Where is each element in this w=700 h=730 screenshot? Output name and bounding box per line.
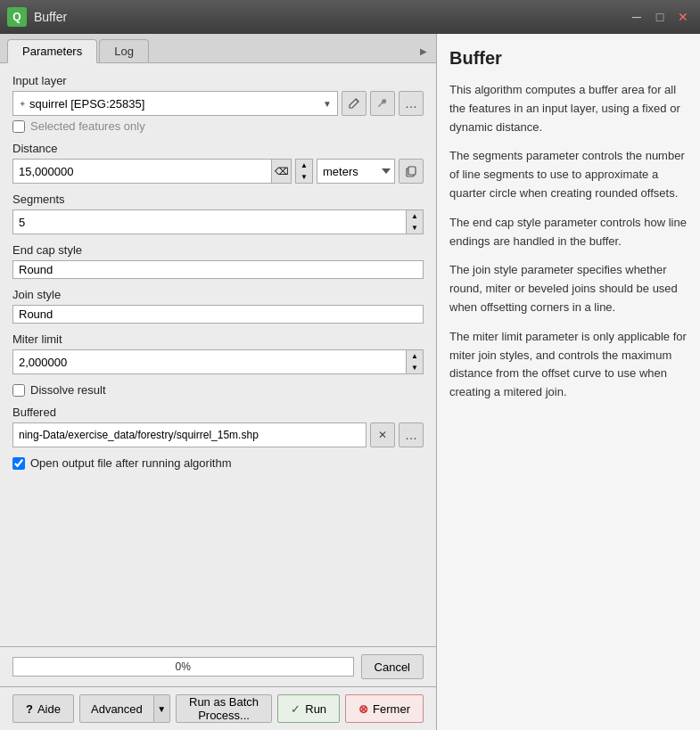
bottom-bar: ? Aide Advanced ▼ Run as Batch Process..… <box>0 686 436 730</box>
right-panel: Buffer This algorithm computes a buffer … <box>437 34 700 730</box>
backspace-icon: ⌫ <box>275 166 289 177</box>
input-layer-display: ✦ squirrel [EPSG:25835] ▼ <box>12 91 338 116</box>
title-bar: Q Buffer ─ □ ✕ <box>0 0 700 34</box>
help-title: Buffer <box>449 48 688 69</box>
cancel-button[interactable]: Cancel <box>361 654 424 679</box>
advanced-arrow-button[interactable]: ▼ <box>154 694 170 723</box>
tab-scroll: ▶ <box>418 39 429 62</box>
more-layer-button[interactable]: … <box>399 91 424 116</box>
tab-parameters[interactable]: Parameters <box>7 39 97 63</box>
advanced-label: Advanced <box>91 702 143 716</box>
distance-row: ⌫ ▲ ▼ meters kilometers feet miles <box>12 159 424 184</box>
wrench-icon <box>376 97 389 110</box>
run-button[interactable]: ✓ Run <box>277 694 340 723</box>
open-output-checkbox[interactable] <box>12 457 25 470</box>
minimize-button[interactable]: ─ <box>627 7 646 27</box>
selected-features-label: Selected features only <box>30 119 145 133</box>
segments-spin-down[interactable]: ▼ <box>407 222 423 234</box>
distance-input[interactable] <box>13 160 271 183</box>
miter-limit-input[interactable] <box>13 350 406 373</box>
close-button[interactable]: ✕ <box>673 7 693 27</box>
help-para-4: The join style parameter specifies wheth… <box>449 261 688 316</box>
run-check-icon: ✓ <box>291 702 301 716</box>
batch-process-button[interactable]: Run as Batch Process... <box>176 694 272 723</box>
distance-unit-select[interactable]: meters kilometers feet miles <box>317 159 395 184</box>
tab-log[interactable]: Log <box>99 39 149 62</box>
advanced-wrap: Advanced ▼ <box>79 694 170 723</box>
buffered-value: ning-Data/exercise_data/forestry/squirre… <box>19 429 259 441</box>
params-area: Input layer ✦ squirrel [EPSG:25835] ▼ <box>0 63 436 646</box>
selected-features-row: Selected features only <box>12 119 424 133</box>
help-para-1: This algorithm computes a buffer area fo… <box>449 81 688 136</box>
aide-label: Aide <box>37 702 61 716</box>
segments-row: ▲ ▼ <box>12 209 424 234</box>
selected-features-checkbox[interactable] <box>12 120 25 133</box>
segments-spin-up[interactable]: ▲ <box>407 210 423 222</box>
join-style-group: Join style Round Miter Bevel <box>12 288 424 324</box>
advanced-chevron-icon: ▼ <box>157 704 166 714</box>
distance-spinner: ▲ ▼ <box>295 159 313 184</box>
tabs-bar: Parameters Log ▶ <box>0 34 436 63</box>
aide-button[interactable]: ? Aide <box>12 694 74 723</box>
input-layer-row: ✦ squirrel [EPSG:25835] ▼ <box>12 91 424 116</box>
segments-label: Segments <box>12 193 424 206</box>
progress-text: 0% <box>176 660 191 673</box>
buffered-group: Buffered ning-Data/exercise_data/forestr… <box>12 406 424 447</box>
help-para-2: The segments parameter controls the numb… <box>449 147 688 202</box>
window-title: Buffer <box>34 10 67 24</box>
buffered-label: Buffered <box>12 406 424 419</box>
aide-icon: ? <box>26 702 33 716</box>
distance-copy-button[interactable] <box>399 159 424 184</box>
miter-spin-down[interactable]: ▼ <box>407 362 423 373</box>
left-panel: Parameters Log ▶ Input layer ✦ squirrel … <box>0 34 437 730</box>
open-output-label: Open output file after running algorithm <box>30 456 231 470</box>
combo-arrow-icon: ▼ <box>323 99 332 109</box>
end-cap-select[interactable]: Round Flat Square <box>12 260 424 279</box>
settings-layer-button[interactable] <box>370 91 395 116</box>
dissolve-checkbox[interactable] <box>12 384 25 397</box>
edit-layer-button[interactable] <box>342 91 366 116</box>
fermer-button[interactable]: ⊗ Fermer <box>345 694 424 723</box>
distance-spin-up[interactable]: ▲ <box>296 160 312 171</box>
input-layer-value: squirrel [EPSG:25835] <box>29 97 144 111</box>
distance-clear-button[interactable]: ⌫ <box>271 160 291 183</box>
svg-rect-1 <box>408 167 416 175</box>
distance-spin-down[interactable]: ▼ <box>296 171 312 183</box>
clear-icon: ✕ <box>378 429 387 441</box>
join-style-select[interactable]: Round Miter Bevel <box>12 305 424 324</box>
end-cap-label: End cap style <box>12 243 424 257</box>
segments-spinner: ▲ ▼ <box>406 210 423 234</box>
miter-limit-group: Miter limit ▲ ▼ <box>12 332 424 374</box>
tab-scroll-arrow: ▶ <box>420 46 427 56</box>
join-style-label: Join style <box>12 288 424 301</box>
buffered-row: ning-Data/exercise_data/forestry/squirre… <box>12 422 424 447</box>
app-icon: Q <box>7 7 27 27</box>
layer-point-icon: ✦ <box>19 99 26 109</box>
dissolve-label: Dissolve result <box>30 383 106 397</box>
distance-input-wrap: ⌫ <box>12 159 292 184</box>
dissolve-row: Dissolve result <box>12 383 424 397</box>
main-container: Parameters Log ▶ Input layer ✦ squirrel … <box>0 34 700 730</box>
advanced-button[interactable]: Advanced <box>79 694 154 723</box>
distance-label: Distance <box>12 142 424 155</box>
buffered-display: ning-Data/exercise_data/forestry/squirre… <box>12 422 366 447</box>
buffered-ellipsis-icon: … <box>405 428 417 442</box>
copy-icon <box>405 165 417 177</box>
segments-group: Segments ▲ ▼ <box>12 193 424 234</box>
miter-limit-row: ▲ ▼ <box>12 349 424 374</box>
end-cap-group: End cap style Round Flat Square <box>12 243 424 279</box>
segments-input[interactable] <box>13 210 406 234</box>
run-label: Run <box>305 702 326 716</box>
open-output-row: Open output file after running algorithm <box>12 456 424 470</box>
help-para-5: The miter limit parameter is only applic… <box>449 328 688 402</box>
buffered-clear-button[interactable]: ✕ <box>370 422 395 447</box>
miter-limit-label: Miter limit <box>12 332 424 346</box>
ellipsis-icon: … <box>405 96 417 111</box>
maximize-button[interactable]: □ <box>650 7 670 27</box>
fermer-x-icon: ⊗ <box>358 702 368 716</box>
miter-spin-up[interactable]: ▲ <box>407 350 423 362</box>
fermer-label: Fermer <box>373 702 410 716</box>
buffered-more-button[interactable]: … <box>399 422 424 447</box>
help-para-3: The end cap style parameter controls how… <box>449 214 688 251</box>
miter-spin: ▲ ▼ <box>406 350 423 373</box>
